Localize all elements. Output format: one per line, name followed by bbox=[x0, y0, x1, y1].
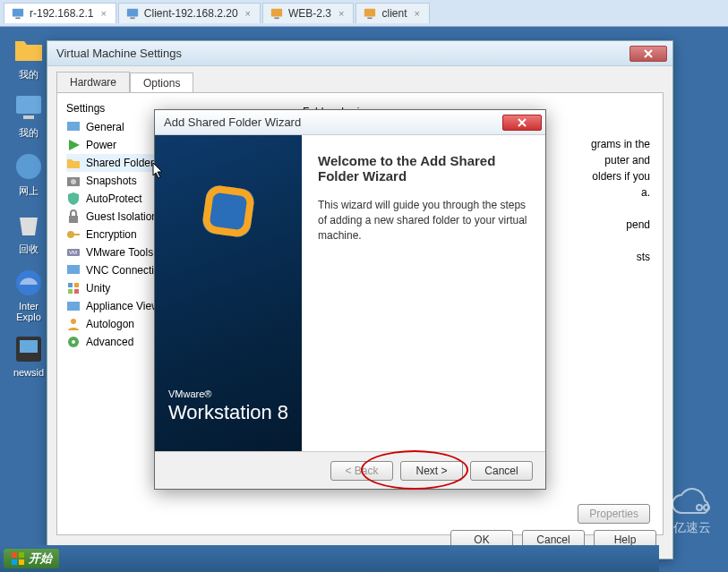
window-title: Virtual Machine Settings bbox=[56, 47, 182, 60]
ie-icon bbox=[13, 267, 45, 299]
vm-icon bbox=[270, 7, 283, 20]
close-icon bbox=[644, 49, 653, 58]
tab-label: WEB-2.3 bbox=[288, 7, 331, 20]
wizard-content: Welcome to the Add Shared Folder Wizard … bbox=[302, 135, 545, 451]
lock-icon bbox=[66, 209, 81, 224]
tab-hardware[interactable]: Hardware bbox=[56, 72, 130, 92]
gear-icon bbox=[66, 335, 81, 349]
svg-rect-24 bbox=[74, 283, 79, 287]
next-button[interactable]: Next > bbox=[400, 461, 463, 481]
svg-rect-2 bbox=[127, 9, 138, 17]
wizard-text: This wizard will guide you through the s… bbox=[318, 198, 529, 243]
close-icon[interactable]: × bbox=[98, 8, 107, 19]
svg-rect-22 bbox=[67, 265, 80, 274]
recycle-icon bbox=[13, 209, 45, 241]
svg-rect-1 bbox=[15, 17, 20, 19]
wizard-body: VMware® Workstation 8 Welcome to the Add… bbox=[155, 135, 545, 451]
svg-rect-9 bbox=[23, 115, 34, 119]
tab-label: r-192.168.2.1 bbox=[30, 7, 93, 20]
taskbar: 开始 bbox=[0, 545, 659, 572]
vmware-logo-icon bbox=[188, 171, 269, 252]
play-icon bbox=[66, 138, 81, 152]
wizard-footer: < Back Next > Cancel bbox=[155, 451, 545, 489]
watermark: 亿速云 bbox=[667, 488, 717, 536]
app-icon bbox=[13, 333, 45, 365]
windows-icon bbox=[11, 551, 25, 566]
svg-rect-0 bbox=[13, 9, 23, 17]
svg-rect-4 bbox=[271, 9, 282, 17]
desktop-icon-newsid[interactable]: newsid bbox=[7, 333, 50, 378]
settings-tabs: Hardware Options bbox=[47, 66, 672, 92]
folder-icon bbox=[13, 34, 45, 66]
tab-vm-4[interactable]: client × bbox=[355, 3, 429, 23]
wizard-titlebar[interactable]: Add Shared Folder Wizard bbox=[155, 110, 545, 135]
shield-icon bbox=[66, 192, 81, 206]
folder-icon bbox=[66, 156, 81, 170]
tab-label: Client-192.168.2.20 bbox=[144, 7, 238, 20]
user-icon bbox=[66, 317, 81, 331]
wizard-title: Add Shared Folder Wizard bbox=[164, 115, 301, 129]
svg-point-38 bbox=[704, 505, 709, 510]
tab-label: client bbox=[381, 7, 407, 20]
wizard-brand: VMware® Workstation 8 bbox=[155, 388, 288, 424]
camera-icon bbox=[66, 174, 81, 188]
back-button[interactable]: < Back bbox=[330, 461, 393, 481]
svg-rect-7 bbox=[368, 17, 373, 19]
svg-rect-27 bbox=[67, 302, 80, 311]
svg-rect-26 bbox=[74, 289, 79, 294]
wizard-heading: Welcome to the Add Shared Folder Wizard bbox=[318, 153, 529, 184]
svg-rect-14 bbox=[67, 122, 80, 131]
close-icon[interactable]: × bbox=[337, 8, 346, 19]
properties-button[interactable]: Properties bbox=[578, 504, 650, 524]
vm-icon bbox=[12, 7, 24, 20]
svg-rect-35 bbox=[12, 559, 17, 565]
tools-icon: VM bbox=[66, 245, 81, 260]
appliance-icon bbox=[66, 299, 81, 313]
cancel-button[interactable]: Cancel bbox=[470, 461, 533, 481]
cloud-icon bbox=[667, 488, 717, 520]
svg-point-18 bbox=[67, 231, 74, 238]
svg-rect-19 bbox=[73, 234, 80, 235]
network-icon bbox=[13, 150, 45, 183]
window-close-button[interactable] bbox=[630, 46, 667, 62]
svg-rect-6 bbox=[364, 9, 375, 17]
desktop-icon-network[interactable]: 网上 bbox=[7, 150, 50, 198]
titlebar[interactable]: Virtual Machine Settings bbox=[47, 41, 672, 66]
vnc-icon bbox=[66, 263, 81, 277]
tab-options[interactable]: Options bbox=[130, 73, 193, 93]
tab-vm-3[interactable]: WEB-2.3 × bbox=[262, 3, 354, 23]
close-icon[interactable]: × bbox=[244, 8, 253, 19]
tab-vm-2[interactable]: Client-192.168.2.20 × bbox=[118, 3, 261, 23]
close-icon[interactable]: × bbox=[412, 8, 421, 19]
unity-icon bbox=[66, 281, 81, 295]
desktop-icon-mycomputer[interactable]: 我的 bbox=[7, 92, 50, 140]
svg-rect-25 bbox=[68, 289, 73, 294]
svg-rect-33 bbox=[12, 552, 17, 558]
close-icon bbox=[517, 118, 527, 127]
svg-rect-34 bbox=[19, 552, 24, 558]
key-icon bbox=[66, 227, 81, 242]
desktop: 我的 我的 网上 回收 Inter Explo newsid bbox=[7, 34, 50, 378]
vm-icon bbox=[364, 7, 376, 20]
document-tabs: r-192.168.2.1 × Client-192.168.2.20 × WE… bbox=[0, 0, 728, 27]
svg-rect-17 bbox=[69, 216, 78, 223]
wizard-close-button[interactable] bbox=[502, 115, 542, 131]
svg-rect-8 bbox=[16, 96, 41, 114]
svg-point-30 bbox=[72, 340, 75, 344]
computer-icon bbox=[13, 92, 45, 124]
tab-vm-1[interactable]: r-192.168.2.1 × bbox=[4, 3, 116, 23]
monitor-icon bbox=[66, 120, 81, 134]
desktop-icon-mydocs[interactable]: 我的 bbox=[7, 34, 50, 81]
add-shared-folder-wizard: Add Shared Folder Wizard VMware® Worksta… bbox=[154, 109, 546, 490]
desktop-icon-recycle[interactable]: 回收 bbox=[7, 209, 50, 256]
desktop-icon-ie[interactable]: Inter Explo bbox=[7, 267, 50, 322]
svg-rect-23 bbox=[68, 283, 73, 287]
svg-rect-3 bbox=[130, 17, 134, 19]
svg-point-37 bbox=[697, 505, 702, 510]
svg-point-28 bbox=[71, 319, 76, 324]
svg-rect-36 bbox=[19, 559, 24, 565]
svg-rect-5 bbox=[274, 17, 278, 19]
wizard-sidebar: VMware® Workstation 8 bbox=[155, 135, 302, 451]
svg-rect-13 bbox=[20, 340, 38, 353]
start-button[interactable]: 开始 bbox=[4, 549, 59, 568]
